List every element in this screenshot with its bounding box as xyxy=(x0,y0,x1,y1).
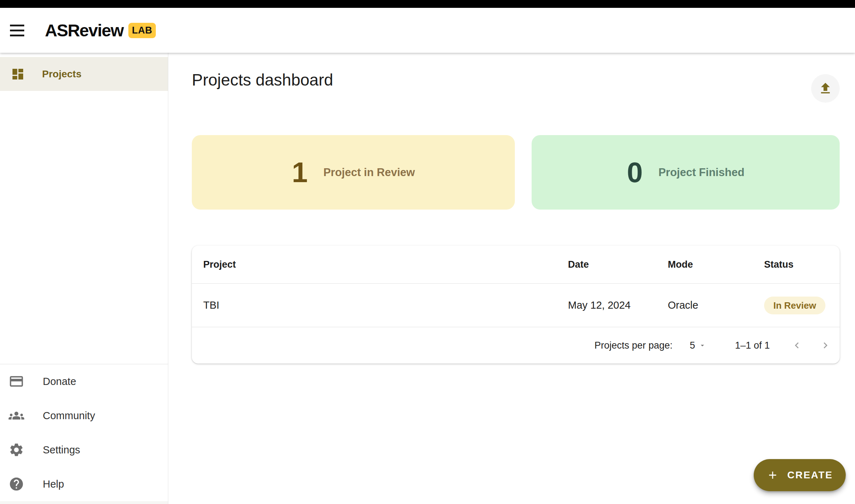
sidebar-item-label: Settings xyxy=(43,444,80,456)
plus-icon xyxy=(767,469,779,481)
page-title: Projects dashboard xyxy=(192,70,333,89)
asreview-app: ASReview LAB Projects Donate xyxy=(0,0,855,504)
chevron-left-icon xyxy=(791,339,803,351)
status-badge: In Review xyxy=(764,297,825,314)
main-content: Projects dashboard 1 Project in Review 0… xyxy=(168,53,855,504)
brand-name: ASReview xyxy=(45,21,123,40)
table-pagination: Projects per page: 5 1–1 of 1 xyxy=(192,327,840,364)
chevron-down-icon xyxy=(698,341,706,349)
column-header-mode: Mode xyxy=(668,259,764,270)
import-project-button[interactable] xyxy=(811,74,840,103)
app-logo: ASReview LAB xyxy=(45,21,156,40)
sidebar-item-help[interactable]: Help xyxy=(0,467,168,501)
rows-per-page-value: 5 xyxy=(690,340,695,351)
finished-label: Project Finished xyxy=(659,166,744,179)
sidebar-secondary-nav: Donate Community Settings xyxy=(0,364,168,501)
create-button[interactable]: CREATE xyxy=(754,459,846,491)
create-button-label: CREATE xyxy=(787,469,833,481)
chevron-right-icon xyxy=(819,339,831,351)
sidebar-item-label: Projects xyxy=(42,68,82,80)
gear-icon xyxy=(9,442,24,458)
rows-per-page-label: Projects per page: xyxy=(594,340,672,351)
menu-button[interactable] xyxy=(10,19,33,42)
upload-icon xyxy=(818,81,833,96)
help-icon xyxy=(9,476,24,492)
sidebar-item-donate[interactable]: Donate xyxy=(0,364,168,398)
prev-page-button[interactable] xyxy=(788,337,805,354)
sidebar-item-label: Community xyxy=(43,410,95,422)
next-page-button[interactable] xyxy=(817,337,834,354)
date-cell: May 12, 2024 xyxy=(568,299,668,311)
lab-badge: LAB xyxy=(128,23,156,38)
finished-count: 0 xyxy=(627,158,643,187)
hamburger-icon xyxy=(10,25,24,26)
sidebar-primary-nav: Projects xyxy=(0,53,168,91)
sidebar-item-settings[interactable]: Settings xyxy=(0,433,168,467)
in-review-count: 1 xyxy=(292,158,308,187)
top-black-bar xyxy=(0,0,855,8)
table-header-row: Project Date Mode Status xyxy=(192,246,840,284)
pagination-range: 1–1 of 1 xyxy=(735,340,770,351)
groups-icon xyxy=(9,408,24,423)
in-review-label: Project in Review xyxy=(323,166,415,179)
column-header-project: Project xyxy=(203,259,568,270)
sidebar-item-community[interactable]: Community xyxy=(0,398,168,433)
project-name-cell: TBI xyxy=(203,299,568,311)
dashboard-icon xyxy=(11,67,25,81)
column-header-status: Status xyxy=(764,259,840,270)
app-bar: ASReview LAB xyxy=(0,8,855,53)
rows-per-page-select[interactable]: 5 xyxy=(690,340,706,351)
column-header-date: Date xyxy=(568,259,668,270)
sidebar-item-label: Help xyxy=(43,478,64,490)
mode-cell: Oracle xyxy=(668,299,764,311)
finished-stat-card: 0 Project Finished xyxy=(532,135,840,210)
sidebar-bottom-strip xyxy=(0,501,168,504)
table-row[interactable]: TBI May 12, 2024 Oracle In Review xyxy=(192,284,840,327)
in-review-stat-card: 1 Project in Review xyxy=(192,135,515,210)
sidebar-item-projects[interactable]: Projects xyxy=(0,57,168,91)
sidebar-item-label: Donate xyxy=(43,376,76,387)
projects-table: Project Date Mode Status TBI May 12, 202… xyxy=(192,246,840,364)
payment-icon xyxy=(9,374,24,389)
stats-row: 1 Project in Review 0 Project Finished xyxy=(192,135,840,210)
sidebar: Projects Donate Community xyxy=(0,53,168,504)
status-cell: In Review xyxy=(764,297,840,314)
